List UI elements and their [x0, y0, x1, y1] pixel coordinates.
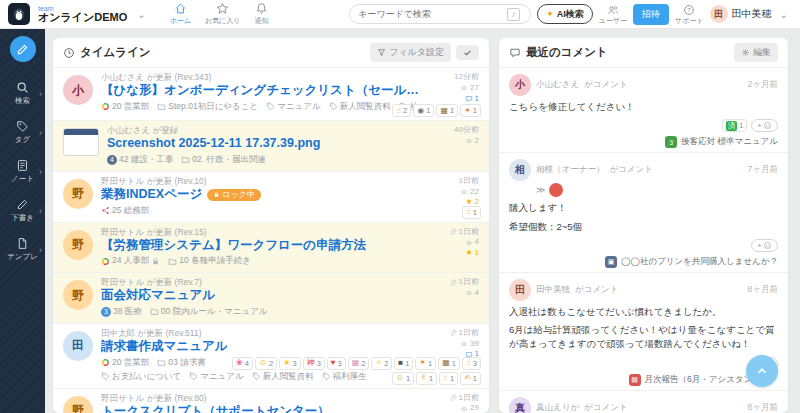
- reaction-chip[interactable]: ▦1: [438, 357, 460, 370]
- meta-ring[interactable]: 24 人事部: [101, 255, 160, 267]
- timestamp: 1日前: [459, 227, 479, 238]
- meta-label: Step.01初日にやること: [168, 101, 258, 113]
- nav-item-home[interactable]: ホーム: [170, 2, 191, 26]
- paperclip-icon: [449, 394, 457, 402]
- note-title-link[interactable]: 請求書作成マニュアル: [101, 339, 227, 355]
- team-switcher[interactable]: team オンラインDEMO: [38, 5, 127, 23]
- view-count: 2: [475, 136, 479, 147]
- note-title-link[interactable]: 業務INDEXページ: [101, 187, 202, 203]
- filter-settings-button[interactable]: フィルタ設定: [370, 43, 451, 62]
- compose-button[interactable]: [10, 36, 36, 62]
- source-badge: ▤: [629, 374, 641, 386]
- revision-number: (Rev.15): [175, 227, 207, 237]
- mark-read-button[interactable]: [456, 45, 479, 60]
- reaction-emoji: ☝: [443, 374, 448, 382]
- meta-tag[interactable]: マニュアル: [266, 101, 321, 113]
- source-note-link[interactable]: ▣◯◯社のプリンを共同購入しませんか？: [509, 256, 778, 268]
- reaction-chip[interactable]: ★3: [279, 357, 300, 370]
- note-thumbnail[interactable]: [63, 128, 99, 156]
- reaction-chip[interactable]: ✌1: [416, 372, 437, 385]
- reaction-chip[interactable]: ■1: [394, 357, 413, 370]
- reaction-chip[interactable]: ✶1: [460, 104, 481, 117]
- note-title-link[interactable]: 【労務管理システム】ワークフローの申請方法: [101, 238, 366, 254]
- meta-folder[interactable]: Step.01初日にやること: [157, 101, 258, 113]
- done-stamp: 済: [726, 121, 738, 131]
- note-title-link[interactable]: 【ひな形】オンボーディングチェックリスト（セールス）__氏名: [101, 83, 419, 99]
- reaction-count: 4: [245, 359, 249, 368]
- edit-widgets-button[interactable]: 編集: [734, 43, 778, 62]
- group-badge[interactable]: 338 医療: [101, 306, 142, 318]
- nav-item-label: 通知: [255, 16, 269, 26]
- comment-action: がコメント: [609, 164, 653, 176]
- group-badge[interactable]: 442 建設・工事: [107, 154, 173, 166]
- invite-button[interactable]: 招待: [633, 4, 669, 25]
- source-note-link[interactable]: 3接客応対 標準マニュアル: [509, 136, 778, 148]
- support-nav-item[interactable]: ? サポート: [675, 4, 704, 24]
- users-nav-item[interactable]: ユーザー: [599, 4, 627, 24]
- reaction-chip[interactable]: ▦2: [348, 357, 370, 370]
- sidebar-item-search[interactable]: 検索›: [0, 74, 45, 113]
- update-action: が登録: [150, 125, 178, 135]
- search-box[interactable]: /: [349, 4, 531, 24]
- sidebar-item-drafts[interactable]: 下書き›: [0, 191, 45, 230]
- meta-folder[interactable]: 00 院内ルール・マニュアル: [150, 306, 268, 318]
- add-reaction-button[interactable]: +: [751, 239, 778, 252]
- meta-folder[interactable]: 10 各種申請手続き: [168, 255, 251, 267]
- reaction-chip[interactable]: ☺1: [392, 372, 414, 385]
- folder-icon: [157, 102, 166, 111]
- meta-folder[interactable]: 02. 行政・届出関連: [181, 154, 266, 166]
- team-logo[interactable]: [8, 3, 30, 25]
- meta-label: 00 院内ルール・マニュアル: [161, 306, 268, 318]
- user-chevron-down-icon: ⌄: [780, 9, 788, 20]
- add-reaction-button[interactable]: +: [751, 119, 778, 132]
- reaction-chip[interactable]: 神3: [303, 357, 325, 370]
- reaction-chip[interactable]: ▦1: [436, 104, 458, 117]
- meta-tag[interactable]: 新人閲覧資料: [329, 101, 391, 113]
- sidebar-item-tags[interactable]: タグ›: [0, 113, 45, 152]
- sidebar-item-templates[interactable]: テンプレ›: [0, 230, 45, 269]
- reaction-count: 1: [450, 374, 454, 383]
- done-reaction-chip[interactable]: 済1: [722, 119, 748, 132]
- ai-search-button[interactable]: ✦ AI検索: [537, 4, 593, 24]
- meta-ring[interactable]: 20 営業部: [101, 101, 149, 113]
- source-note-link[interactable]: ▤月次報告（6月・アシスタント用）: [509, 374, 778, 386]
- chevron-right-icon: ›: [39, 245, 42, 255]
- reaction-chip[interactable]: ☝1: [439, 372, 458, 385]
- reaction-emoji: ★: [283, 359, 290, 367]
- reaction-chip[interactable]: ☝3: [462, 357, 481, 370]
- search-input[interactable]: [356, 8, 503, 20]
- lock-badge: ロック中: [207, 189, 261, 201]
- plus-sign: +: [757, 121, 762, 130]
- recent-comments-panel: 最近のコメント 編集 小小山むさえ がコメント2ヶ月前こちらを修正してください！…: [499, 38, 788, 413]
- note-title-link[interactable]: 面会対応マニュアル: [101, 288, 215, 304]
- reaction-chip[interactable]: ☺2: [255, 357, 277, 370]
- reaction-chip[interactable]: ✶1: [415, 357, 436, 370]
- nav-item-favorites[interactable]: お気に入り: [205, 2, 241, 26]
- comment-time: 2ヶ月前: [748, 79, 778, 91]
- user-menu[interactable]: 田 田中美穂 ⌄: [710, 5, 792, 23]
- reaction-chip[interactable]: ✧2: [371, 357, 392, 370]
- lock-icon: [213, 191, 220, 198]
- reaction-count: 1: [406, 374, 410, 383]
- reaction-chip[interactable]: ◉1: [413, 104, 434, 117]
- meta-ring[interactable]: 20 営業部: [101, 357, 149, 369]
- note-title-link[interactable]: Screenshot 2025-12-11 17.37.39.png: [107, 136, 320, 152]
- reaction-chip[interactable]: ♥3: [327, 357, 346, 370]
- meta-tag[interactable]: お支払いについて: [101, 371, 181, 383]
- clock-icon: [63, 47, 75, 59]
- author-avatar: 田: [63, 331, 93, 361]
- meta-label: 42 建設・工事: [119, 154, 173, 166]
- reaction-chip[interactable]: ❀4: [232, 357, 253, 370]
- team-chevron-down-icon[interactable]: ⌄: [137, 9, 145, 20]
- reaction-chip[interactable]: ☝1: [462, 206, 481, 219]
- sidebar-item-notes[interactable]: ノート›: [0, 152, 45, 191]
- meta-share[interactable]: 25 総務部: [101, 205, 149, 217]
- nav-item-notifications[interactable]: 通知: [255, 2, 269, 26]
- author-name: 野田サトル: [101, 227, 144, 237]
- meta-folder[interactable]: 03 請求書: [157, 357, 205, 369]
- penguin-logo-icon: [11, 6, 27, 22]
- reaction-chip[interactable]: ☝2: [392, 104, 411, 117]
- scroll-to-top-button[interactable]: [746, 355, 778, 387]
- reaction-chip[interactable]: ✍1: [460, 372, 481, 385]
- note-title-link[interactable]: トークスクリプト（サポートセンター）: [101, 404, 330, 413]
